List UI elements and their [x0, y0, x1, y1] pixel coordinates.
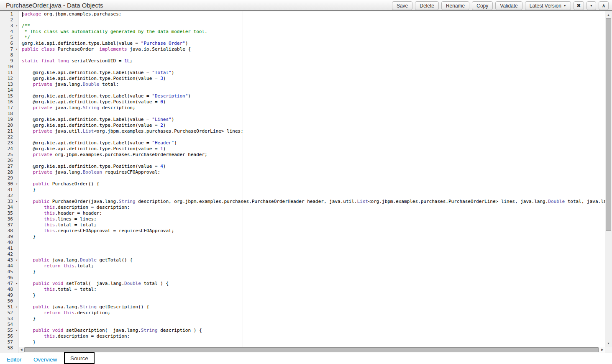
- code-line[interactable]: [19, 298, 605, 304]
- close-button[interactable]: ✖: [574, 1, 584, 10]
- code-line[interactable]: this.header = header;: [19, 210, 605, 216]
- horizontal-scrollbar-thumb[interactable]: [24, 347, 599, 352]
- vertical-scrollbar[interactable]: ▲ ▼: [605, 11, 612, 347]
- code-line[interactable]: private java.util.List<org.jbpm.examples…: [19, 128, 605, 134]
- code-line[interactable]: }: [19, 316, 605, 322]
- code-line[interactable]: @org.kie.api.definition.type.Position(va…: [19, 146, 605, 152]
- code-line[interactable]: }: [19, 234, 605, 240]
- code-line[interactable]: @org.kie.api.definition.type.Label(value…: [19, 41, 605, 46]
- tab-editor[interactable]: Editor: [7, 356, 21, 363]
- vertical-scrollbar-thumb[interactable]: [606, 18, 611, 231]
- code-line[interactable]: return this.description;: [19, 310, 605, 316]
- fold-icon[interactable]: ▾: [16, 257, 18, 263]
- code-line[interactable]: @org.kie.api.definition.type.Position(va…: [19, 76, 605, 82]
- code-line[interactable]: @org.kie.api.definition.type.Position(va…: [19, 123, 605, 128]
- code-line[interactable]: this.description = description;: [19, 333, 605, 339]
- code-line[interactable]: static final long serialVersionUID = 1L;: [19, 58, 605, 64]
- code-line[interactable]: [19, 111, 605, 117]
- code-line[interactable]: [19, 175, 605, 181]
- code-line[interactable]: this.requiresCFOApproval = requiresCFOAp…: [19, 228, 605, 234]
- code-line[interactable]: [19, 275, 605, 281]
- gutter-line-number: 27: [0, 164, 18, 169]
- fold-icon[interactable]: ▾: [16, 304, 18, 310]
- code-line[interactable]: private org.jbpm.examples.purchases.Purc…: [19, 152, 605, 158]
- code-line[interactable]: }: [19, 187, 605, 193]
- tab-source-focus-box[interactable]: Source: [64, 352, 95, 364]
- code-line[interactable]: public class PurchaseOrder implements ja…: [19, 46, 605, 52]
- code-line[interactable]: public void setTotal( java.lang.Double t…: [19, 281, 605, 287]
- gutter-line-number: 30▾: [0, 181, 18, 187]
- code-line[interactable]: @org.kie.api.definition.type.Label(value…: [19, 117, 605, 123]
- code-line[interactable]: /**: [19, 23, 605, 29]
- code-line[interactable]: package org.jbpm.examples.purchases;: [19, 11, 605, 17]
- scroll-right-icon[interactable]: ▶: [600, 347, 605, 353]
- code-line[interactable]: [19, 134, 605, 140]
- caret-down-icon: ▼: [590, 4, 593, 7]
- gutter-line-number: 29: [0, 175, 18, 181]
- code-line[interactable]: [19, 251, 605, 257]
- code-line[interactable]: [19, 322, 605, 328]
- save-button[interactable]: Save: [392, 1, 412, 10]
- code-line[interactable]: @org.kie.api.definition.type.Label(value…: [19, 140, 605, 146]
- fold-icon[interactable]: ▾: [16, 46, 18, 52]
- fold-icon[interactable]: ▾: [16, 23, 18, 29]
- code-line[interactable]: public java.lang.Double getTotal() {: [19, 257, 605, 263]
- gutter-line-number: 43▾: [0, 257, 18, 263]
- rename-button[interactable]: Rename: [441, 1, 469, 10]
- code-line[interactable]: return this.total;: [19, 263, 605, 269]
- code-line[interactable]: */: [19, 35, 605, 41]
- code-editor[interactable]: 123▾4567▾8910111213141516171819202122232…: [0, 11, 612, 353]
- validate-button[interactable]: Validate: [495, 1, 522, 10]
- code-line[interactable]: }: [19, 339, 605, 345]
- code-line[interactable]: [19, 158, 605, 164]
- code-line[interactable]: [19, 246, 605, 251]
- code-line[interactable]: @org.kie.api.definition.type.Label(value…: [19, 93, 605, 99]
- code-rows[interactable]: package org.jbpm.examples.purchases;/** …: [19, 11, 605, 353]
- code-line[interactable]: @org.kie.api.definition.type.Position(va…: [19, 164, 605, 169]
- code-line[interactable]: }: [19, 292, 605, 298]
- code-line[interactable]: this.total = total;: [19, 287, 605, 292]
- code-line[interactable]: [19, 87, 605, 93]
- tab-source[interactable]: Source: [70, 355, 88, 361]
- code-line[interactable]: private java.lang.Boolean requiresCFOApp…: [19, 169, 605, 175]
- code-line[interactable]: }: [19, 269, 605, 275]
- code-line[interactable]: private java.lang.String description;: [19, 105, 605, 111]
- code-line[interactable]: private java.lang.Double total;: [19, 82, 605, 87]
- scroll-down-icon[interactable]: ▼: [605, 341, 612, 346]
- horizontal-scrollbar[interactable]: ◀ ▶: [19, 347, 605, 353]
- delete-button[interactable]: Delete: [415, 1, 439, 10]
- dropdown-button[interactable]: ▼: [586, 1, 596, 10]
- code-line[interactable]: this.lines = lines;: [19, 216, 605, 222]
- gutter-line-number: 11: [0, 70, 18, 76]
- fold-icon[interactable]: ▾: [16, 181, 18, 187]
- gutter-line-number: 48: [0, 287, 18, 292]
- fold-icon[interactable]: ▾: [16, 328, 18, 333]
- code-line[interactable]: public PurchaseOrder(java.lang.String de…: [19, 199, 605, 205]
- code-line[interactable]: public PurchaseOrder() {: [19, 181, 605, 187]
- gutter-line-number: 18: [0, 111, 18, 117]
- titlebar: PurchaseOrder.java - Data Objects Save D…: [0, 0, 612, 11]
- collapse-button[interactable]: ∧: [599, 1, 609, 10]
- code-line[interactable]: @org.kie.api.definition.type.Label(value…: [19, 70, 605, 76]
- gutter-line-number: 6: [0, 41, 18, 46]
- gutter-line-number: 55▾: [0, 328, 18, 333]
- caret-down-icon: ▼: [563, 4, 566, 7]
- code-line[interactable]: [19, 64, 605, 70]
- code-line[interactable]: public void setDescription( java.lang.St…: [19, 328, 605, 333]
- copy-button[interactable]: Copy: [472, 1, 493, 10]
- scroll-left-icon[interactable]: ◀: [19, 347, 24, 353]
- code-line[interactable]: [19, 52, 605, 58]
- version-dropdown[interactable]: Latest Version ▼: [525, 1, 571, 10]
- code-line[interactable]: [19, 17, 605, 23]
- scroll-up-icon[interactable]: ▲: [605, 12, 612, 18]
- code-line[interactable]: * This class was automatically generated…: [19, 29, 605, 35]
- code-line[interactable]: [19, 240, 605, 246]
- code-line[interactable]: this.description = description;: [19, 205, 605, 210]
- fold-icon[interactable]: ▾: [16, 199, 18, 205]
- fold-icon[interactable]: ▾: [16, 281, 18, 287]
- tab-overview[interactable]: Overview: [33, 356, 57, 363]
- code-line[interactable]: this.total = total;: [19, 222, 605, 228]
- code-line[interactable]: @org.kie.api.definition.type.Position(va…: [19, 99, 605, 105]
- code-line[interactable]: public java.lang.String getDescription()…: [19, 304, 605, 310]
- code-line[interactable]: [19, 193, 605, 199]
